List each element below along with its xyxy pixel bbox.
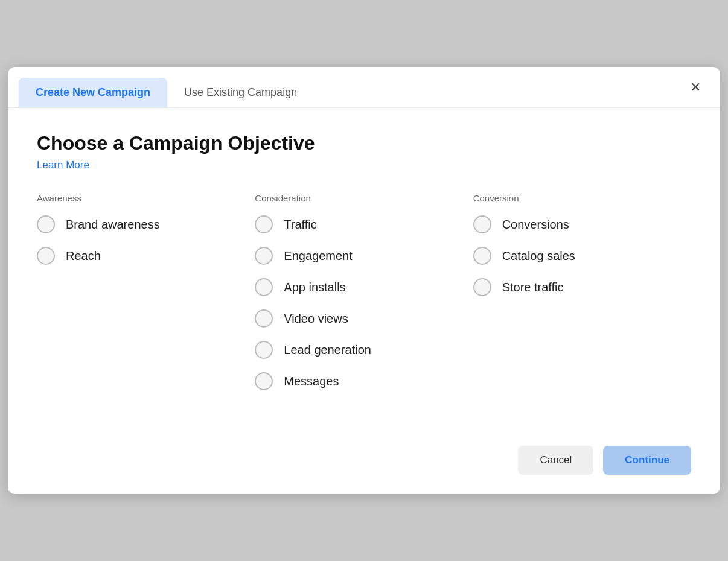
radio-store-traffic[interactable] (473, 278, 491, 296)
objective-item-traffic[interactable]: Traffic (255, 215, 463, 233)
tab-use-existing-campaign[interactable]: Use Existing Campaign (167, 78, 314, 107)
modal-header: Create New Campaign Use Existing Campaig… (8, 67, 720, 108)
radio-brand-awareness[interactable] (37, 215, 55, 233)
objective-item-brand-awareness[interactable]: Brand awareness (37, 215, 245, 233)
objective-label-conversions: Conversions (502, 218, 569, 232)
radio-video-views[interactable] (255, 309, 273, 328)
close-button[interactable]: ✕ (685, 78, 706, 97)
radio-engagement[interactable] (255, 247, 273, 265)
radio-conversions[interactable] (473, 215, 491, 233)
objective-label-video-views: Video views (284, 312, 348, 326)
objective-label-store-traffic: Store traffic (502, 280, 564, 294)
column-label-consideration: Consideration (255, 193, 463, 203)
modal-dialog: Create New Campaign Use Existing Campaig… (8, 67, 720, 494)
continue-button[interactable]: Continue (603, 446, 691, 475)
radio-app-installs[interactable] (255, 278, 273, 296)
objective-item-app-installs[interactable]: App installs (255, 278, 463, 296)
column-consideration: Consideration Traffic Engagement App ins… (255, 193, 473, 404)
objectives-grid: Awareness Brand awareness Reach Consider… (37, 193, 691, 404)
column-conversion: Conversion Conversions Catalog sales Sto… (473, 193, 691, 404)
radio-messages[interactable] (255, 372, 273, 390)
column-label-conversion: Conversion (473, 193, 682, 203)
cancel-button[interactable]: Cancel (518, 446, 593, 475)
objective-label-reach: Reach (66, 249, 101, 263)
modal-body: Choose a Campaign Objective Learn More A… (8, 108, 720, 446)
radio-traffic[interactable] (255, 215, 273, 233)
objective-label-app-installs: App installs (284, 280, 345, 294)
radio-lead-generation[interactable] (255, 341, 273, 359)
objective-label-messages: Messages (284, 375, 339, 388)
column-awareness: Awareness Brand awareness Reach (37, 193, 255, 404)
modal-footer: Cancel Continue (8, 446, 720, 494)
modal-overlay: Create New Campaign Use Existing Campaig… (0, 0, 728, 561)
column-label-awareness: Awareness (37, 193, 245, 203)
learn-more-link[interactable]: Learn More (37, 159, 89, 171)
objective-item-engagement[interactable]: Engagement (255, 247, 463, 265)
radio-catalog-sales[interactable] (473, 247, 491, 265)
objective-item-messages[interactable]: Messages (255, 372, 463, 390)
objective-label-brand-awareness: Brand awareness (66, 218, 160, 232)
objective-label-lead-generation: Lead generation (284, 343, 371, 357)
objective-label-engagement: Engagement (284, 249, 352, 263)
objective-item-conversions[interactable]: Conversions (473, 215, 682, 233)
objective-item-store-traffic[interactable]: Store traffic (473, 278, 682, 296)
objective-item-catalog-sales[interactable]: Catalog sales (473, 247, 682, 265)
objective-label-catalog-sales: Catalog sales (502, 249, 575, 263)
tab-create-new-campaign[interactable]: Create New Campaign (19, 78, 167, 107)
objective-item-video-views[interactable]: Video views (255, 309, 463, 328)
page-title: Choose a Campaign Objective (37, 132, 691, 154)
radio-reach[interactable] (37, 247, 55, 265)
objective-label-traffic: Traffic (284, 218, 316, 232)
objective-item-lead-generation[interactable]: Lead generation (255, 341, 463, 359)
objective-item-reach[interactable]: Reach (37, 247, 245, 265)
